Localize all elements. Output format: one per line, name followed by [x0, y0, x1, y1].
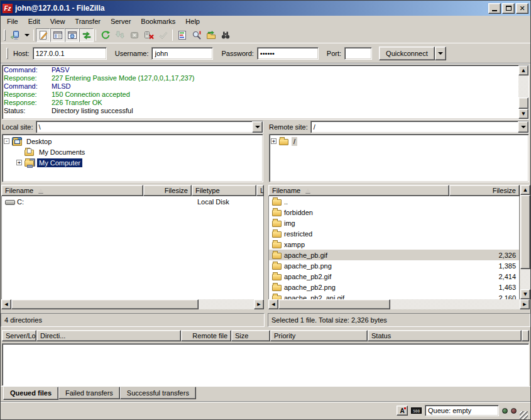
scroll-right-button[interactable]: ▶	[520, 299, 530, 309]
menu-item[interactable]: Edit	[23, 16, 45, 26]
tree-expander[interactable]	[4, 138, 9, 144]
file-row[interactable]: restricted	[269, 228, 519, 239]
file-row[interactable]: apache_pb.gif 2,326	[269, 250, 519, 260]
file-row[interactable]: C: Local Disk	[2, 196, 263, 207]
local-site-dropdown-button[interactable]	[252, 121, 263, 133]
scroll-up-button[interactable]: ▲	[518, 65, 528, 75]
site-manager-button[interactable]	[8, 28, 22, 42]
password-input[interactable]: ••••••	[257, 47, 319, 60]
abort-button[interactable]	[156, 28, 170, 42]
file-search-button[interactable]	[189, 28, 204, 42]
column-header-lastmodified[interactable]: L	[256, 185, 264, 196]
local-site-combo[interactable]: \	[36, 121, 263, 133]
queue-column-header[interactable]: Server/Local file	[2, 330, 36, 341]
disconnect-button[interactable]	[141, 28, 156, 42]
toggle-remote-tree-button[interactable]	[65, 28, 79, 42]
synchronized-browsing-button[interactable]	[204, 28, 218, 42]
file-row[interactable]: apache_pb.png 1,385	[269, 260, 519, 271]
tree-expander[interactable]	[271, 138, 276, 144]
toggle-transfer-queue-button[interactable]	[79, 28, 94, 42]
menu-item[interactable]: Help	[180, 16, 205, 26]
quickconnect-dropdown-button[interactable]	[435, 47, 446, 60]
menu-item[interactable]: Transfer	[70, 16, 106, 26]
queue-column-header[interactable]: Directi...	[36, 330, 181, 341]
cancel-operation-button[interactable]	[127, 28, 141, 42]
synchronized-browsing-icon	[206, 30, 216, 40]
scroll-down-button[interactable]: ▼	[520, 289, 530, 299]
toggle-message-log-button[interactable]	[36, 28, 50, 42]
file-row[interactable]: xampp	[269, 239, 519, 250]
remote-site-dropdown-button[interactable]	[518, 121, 528, 133]
tree-item[interactable]: /	[271, 136, 527, 146]
queue-column-header[interactable]: Status	[368, 330, 522, 341]
scroll-left-button[interactable]: ◀	[1, 299, 11, 309]
column-header-filesize[interactable]: Filesize	[449, 185, 520, 196]
column-header-filesize[interactable]: Filesize	[143, 185, 192, 196]
remote-pane: Remote site: / /	[268, 119, 530, 327]
resize-grip[interactable]	[520, 411, 528, 419]
file-row[interactable]: ..	[269, 196, 519, 207]
tree-item[interactable]: Desktop	[4, 136, 261, 146]
file-row[interactable]: apache_pb2_ani.gif 2,160	[269, 292, 519, 299]
scroll-left-button[interactable]: ◀	[268, 299, 278, 309]
toggle-local-tree-button[interactable]	[50, 28, 65, 42]
queue-column-header[interactable]: Remote file	[181, 330, 231, 341]
tree-expander[interactable]	[16, 160, 22, 165]
port-input[interactable]	[344, 47, 372, 60]
local-horizontal-scrollbar[interactable]: ◀ ▶	[1, 299, 264, 309]
scroll-track[interactable]	[390, 299, 520, 309]
column-header-filetype[interactable]: Filetype	[192, 185, 256, 196]
queue-column-header[interactable]: Size	[231, 330, 270, 341]
directory-comparison-button[interactable]	[218, 28, 233, 42]
scroll-track[interactable]	[518, 75, 528, 97]
filezilla-logo-icon[interactable]: Fz	[3, 4, 13, 13]
queue-tab[interactable]: Successful transfers	[120, 387, 196, 399]
scroll-track[interactable]	[199, 299, 254, 309]
tree-item[interactable]: My Computer	[16, 157, 261, 168]
close-button[interactable]: ✕	[516, 3, 528, 14]
queue-column-header[interactable]: Priority	[270, 330, 368, 341]
file-row[interactable]: forbidden	[269, 207, 519, 218]
column-header-filename[interactable]: Filename	[268, 185, 449, 196]
drive-icon	[5, 197, 15, 206]
scroll-up-button[interactable]: ▲	[520, 185, 530, 195]
process-queue-button[interactable]	[112, 28, 127, 42]
remote-horizontal-scrollbar[interactable]: ◀ ▶	[268, 299, 530, 309]
remote-site-combo[interactable]: /	[310, 121, 529, 133]
queue-tab[interactable]: Failed transfers	[58, 387, 120, 399]
menu-item[interactable]: Bookmarks	[136, 16, 180, 26]
username-input[interactable]: john	[151, 47, 213, 60]
menu-item[interactable]: Server	[106, 16, 136, 26]
quickconnect-button[interactable]: Quickconnect	[379, 47, 435, 60]
refresh-button[interactable]	[98, 28, 112, 42]
host-input[interactable]: 127.0.0.1	[33, 47, 107, 60]
scroll-down-button[interactable]: ▼	[518, 109, 528, 119]
log-vertical-scrollbar[interactable]: ▲ ▼	[518, 65, 528, 119]
minimize-button[interactable]	[488, 3, 501, 14]
file-row[interactable]: apache_pb2.gif 2,414	[269, 271, 519, 282]
site-manager-dropdown-button[interactable]	[22, 28, 31, 42]
scroll-thumb[interactable]	[520, 195, 530, 269]
scroll-thumb[interactable]	[11, 299, 199, 309]
scroll-right-button[interactable]: ▶	[254, 299, 264, 309]
queue-column-header[interactable]	[522, 330, 529, 341]
quickbar-grip[interactable]	[6, 48, 8, 59]
menu-item[interactable]: File	[2, 16, 23, 26]
transfer-type-indicator[interactable]: A	[397, 406, 408, 416]
scroll-thumb[interactable]	[278, 299, 390, 309]
queue-list[interactable]	[2, 343, 529, 386]
scroll-thumb[interactable]	[518, 97, 528, 109]
menu-item[interactable]: View	[45, 16, 70, 26]
mode-badge[interactable]: 500	[411, 407, 422, 414]
maximize-button[interactable]	[502, 3, 515, 14]
toolbar-grip[interactable]	[4, 30, 6, 41]
file-row[interactable]: apache_pb2.png 1,463	[269, 282, 519, 292]
queue-tab[interactable]: Queued files	[3, 387, 58, 400]
file-row[interactable]: img	[269, 218, 519, 228]
column-header-filename[interactable]: Filename	[1, 185, 143, 196]
log-line-label: Response:	[4, 91, 52, 99]
remote-vertical-scrollbar[interactable]: ▲ ▼	[520, 185, 530, 299]
scroll-track[interactable]	[520, 269, 530, 289]
filter-button[interactable]	[175, 28, 189, 42]
tree-item[interactable]: My Documents	[16, 146, 261, 157]
